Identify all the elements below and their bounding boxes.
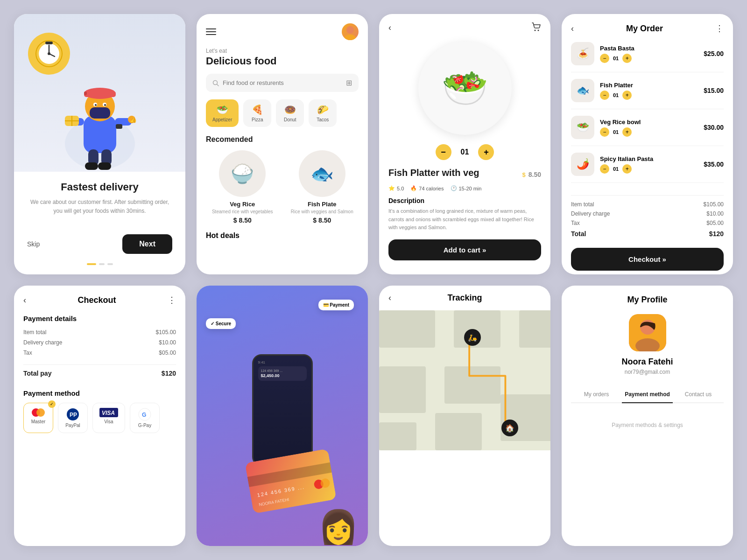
user-avatar[interactable] — [342, 23, 359, 40]
dish-rating: ⭐ 5.0 — [388, 185, 404, 191]
vegrice-image: 🍚 — [219, 150, 266, 197]
profile-avatar — [629, 314, 666, 351]
checkout-delivery: Delivery charge $10.00 — [23, 339, 176, 346]
fish-increase[interactable]: + — [622, 91, 632, 100]
hamburger-menu[interactable] — [206, 28, 216, 35]
pasta-qty-ctrl: − 01 + — [600, 54, 698, 63]
dot-1 — [87, 263, 96, 265]
checkout-total: Total pay $120 — [23, 364, 176, 377]
order-item-spicy: 🌶️ Spicy Italian Pasta − 01 + $35.00 — [571, 153, 724, 183]
delivery-person-svg: 👍 — [58, 69, 142, 172]
checkout-card: ‹ Checkout ⋮ Payment details Item total … — [14, 286, 185, 546]
description-text: It's a combination of long grained rice,… — [388, 207, 541, 232]
checkout-total-label: Total pay — [23, 370, 51, 377]
vegrice-increase[interactable]: + — [622, 127, 632, 137]
cart-button[interactable] — [531, 21, 541, 34]
svg-point-15 — [95, 104, 97, 106]
spicy-increase[interactable]: + — [622, 164, 632, 174]
order-item-pasta: 🍝 Pasta Basta − 01 + $25.00 — [571, 42, 724, 72]
payment-gpay[interactable]: G G-Pay — [130, 403, 160, 433]
next-button[interactable]: Next — [122, 234, 172, 254]
food-menu-card: Let's eat Delicious food ⊞ 🥗 Appetizer 🍕… — [197, 14, 368, 274]
fishplate-name: Fish Plate — [286, 201, 359, 208]
payment-paypal[interactable]: PP PayPal — [58, 403, 88, 433]
payment-visa[interactable]: VISA Visa — [92, 403, 125, 433]
skip-button[interactable]: Skip — [27, 240, 40, 248]
cart-icon — [531, 21, 541, 32]
checkout-more-button[interactable]: ⋮ — [168, 295, 176, 305]
order-title: My Order — [574, 24, 715, 34]
fish-name: Fish Platter — [600, 82, 698, 89]
svg-rect-22 — [116, 124, 122, 129]
tab-payment-method[interactable]: Payment method — [622, 386, 673, 403]
food-card-fishplate[interactable]: 🐟 Fish Plate Rice with veggies and Salmo… — [286, 150, 359, 224]
dot-3 — [107, 263, 113, 265]
spicy-qty: 01 — [613, 166, 619, 172]
tax-value: $05.00 — [706, 220, 724, 226]
phone-time: 9:41 — [258, 360, 307, 364]
search-input[interactable] — [223, 79, 346, 86]
order-item-fish: 🐟 Fish Platter − 01 + $15.00 — [571, 79, 724, 109]
category-appetizer[interactable]: 🥗 Appetizer — [206, 99, 239, 127]
tab-contact-us[interactable]: Contact us — [673, 386, 724, 402]
clock-icon — [28, 33, 70, 75]
fish-image: 🐟 — [571, 79, 594, 102]
quantity-decrease-button[interactable]: − — [436, 144, 451, 160]
vegrice-decrease[interactable]: − — [600, 127, 609, 137]
fish-decrease[interactable]: − — [600, 91, 609, 100]
add-to-cart-button[interactable]: Add to cart » — [388, 239, 541, 260]
donut-label: Donut — [284, 117, 296, 122]
checkout-title: Checkout — [26, 295, 168, 305]
dish-time: 🕐 15-20 min — [451, 185, 482, 191]
search-bar[interactable]: ⊞ — [206, 74, 359, 92]
onboarding-title: Fastest delivery — [27, 181, 172, 193]
svg-text:VISA: VISA — [102, 410, 115, 416]
payment-master[interactable]: ✓ Master — [23, 403, 53, 433]
food-card-vegrice[interactable]: 🍚 Veg Rice Steamed rice with vegetables … — [206, 150, 279, 224]
floating-badge-1: 💳 Payment — [318, 300, 354, 310]
vegrice-desc: Steamed rice with vegetables — [206, 209, 279, 214]
payment-method-title: Payment method — [23, 389, 176, 397]
spicy-price: $35.00 — [704, 161, 724, 168]
route-path-svg — [379, 310, 550, 450]
tracking-back-button[interactable]: ‹ — [388, 293, 391, 303]
spicy-info: Spicy Italian Pasta − 01 + — [600, 155, 698, 174]
svg-point-29 — [346, 26, 354, 34]
checkout-tax-value: $05.00 — [159, 350, 176, 356]
category-pizza[interactable]: 🍕 Pizza — [243, 99, 271, 127]
tab-my-orders[interactable]: My orders — [571, 386, 622, 402]
profile-content-placeholder: Payment methods & settings — [571, 422, 724, 428]
dish-hero-image: 🥗 — [418, 42, 512, 135]
tax-row: Tax $05.00 — [571, 220, 724, 226]
phone-card-display: 124 456 369 ... $2,450.00 — [258, 366, 307, 381]
spicy-qty-ctrl: − 01 + — [600, 164, 698, 174]
dish-details: Fish Platter with veg $ 8.50 ⭐ 5.0 🔥 74 … — [379, 168, 550, 268]
floating-badge-2: ✓ Secure — [206, 318, 236, 329]
promo-background: 9:41 124 456 369 ... $2,450.00 124 456 3… — [197, 286, 368, 546]
phone-mockup: 9:41 124 456 369 ... $2,450.00 — [252, 354, 313, 466]
spicy-decrease[interactable]: − — [600, 164, 609, 174]
profile-avatar-svg — [629, 314, 666, 351]
donut-icon: 🍩 — [284, 104, 296, 115]
category-tacos[interactable]: 🌮 Tacos — [309, 99, 337, 127]
checkout-button[interactable]: Checkout » — [571, 248, 724, 271]
pasta-increase[interactable]: + — [622, 54, 632, 63]
item-total-value: $105.00 — [704, 201, 724, 208]
order-more-button[interactable]: ⋮ — [715, 23, 724, 34]
category-donut[interactable]: 🍩 Donut — [276, 99, 304, 127]
checkout-item-label: Item total — [23, 329, 46, 336]
filter-icon[interactable]: ⊞ — [346, 78, 352, 87]
pasta-decrease[interactable]: − — [600, 54, 609, 63]
fishplate-price: $ 8.50 — [286, 217, 359, 224]
svg-point-16 — [104, 104, 106, 106]
checkout-item-value: $105.00 — [156, 329, 176, 336]
checkout-delivery-value: $10.00 — [159, 339, 176, 346]
profile-name: Noora Fatehi — [571, 357, 724, 367]
quantity-increase-button[interactable]: + — [478, 144, 494, 160]
pasta-image: 🍝 — [571, 42, 594, 65]
back-button[interactable]: ‹ — [388, 21, 391, 34]
tracking-top-bar: ‹ Tracking — [379, 286, 550, 310]
fish-info: Fish Platter − 01 + — [600, 82, 698, 100]
appetizer-icon: 🥗 — [217, 104, 228, 115]
svg-rect-28 — [98, 162, 111, 170]
